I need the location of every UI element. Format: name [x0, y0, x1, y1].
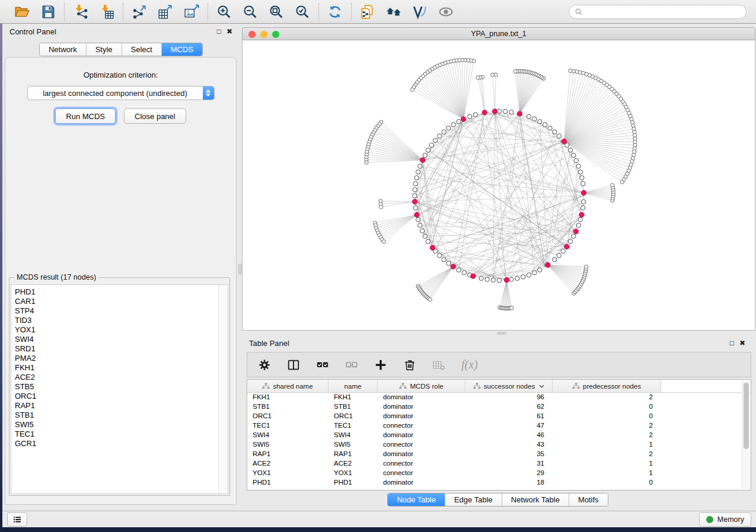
column-header-name[interactable]: name [328, 380, 378, 392]
network-node[interactable] [426, 148, 430, 152]
network-node[interactable] [538, 120, 542, 124]
mcds-result-item[interactable]: SWI5 [15, 420, 228, 430]
tab-edge-table[interactable]: Edge Table [445, 493, 502, 506]
network-node[interactable] [580, 181, 585, 185]
tab-node-table[interactable]: Node Table [388, 493, 445, 506]
network-node[interactable] [611, 184, 614, 187]
close-window-icon[interactable] [248, 31, 256, 38]
network-node[interactable] [521, 275, 525, 279]
network-node[interactable] [467, 114, 471, 118]
share-document-icon[interactable] [360, 4, 375, 20]
table-row-FKH1[interactable]: FKH1FKH1dominator962 [247, 392, 742, 402]
birdseye-icon[interactable] [438, 4, 454, 20]
network-node[interactable] [442, 258, 446, 262]
network-node[interactable] [557, 254, 561, 258]
mcds-result-item[interactable]: GCR1 [15, 439, 228, 448]
deselect-all-icon[interactable] [345, 358, 358, 371]
mcds-result-list[interactable]: PHD1CAR1STP4TID3YOX1SWI4SRD1PMA2FKH1ACE2… [11, 284, 228, 494]
network-node[interactable] [413, 194, 417, 198]
table-row-PHD1[interactable]: PHD1PHD1dominator180 [247, 477, 742, 487]
minimize-window-icon[interactable] [260, 31, 267, 38]
network-node[interactable] [437, 254, 441, 258]
network-node[interactable] [423, 153, 427, 157]
import-network-icon[interactable] [73, 4, 88, 20]
refresh-icon[interactable] [327, 4, 343, 20]
table-row-ORC1[interactable]: ORC1ORC1dominator610 [247, 411, 742, 421]
mcds-result-item[interactable]: PHD1 [15, 287, 228, 297]
mcds-result-item[interactable]: PMA2 [15, 354, 228, 363]
zoom-selected-icon[interactable] [295, 4, 310, 20]
panel-menu-button[interactable] [7, 512, 27, 527]
mcds-node[interactable] [414, 212, 419, 217]
mcds-node[interactable] [412, 199, 417, 204]
network-node[interactable] [532, 117, 537, 121]
search-box[interactable] [569, 5, 747, 19]
zoom-fit-icon[interactable] [269, 4, 284, 20]
network-node[interactable] [561, 249, 565, 253]
network-node[interactable] [446, 261, 451, 265]
network-node[interactable] [527, 273, 531, 277]
zoom-in-icon[interactable] [216, 4, 232, 20]
network-node[interactable] [479, 276, 483, 280]
column-header-predecessor_nodes[interactable]: predecessor nodes [553, 380, 661, 392]
network-node[interactable] [457, 120, 461, 124]
table-row-YOX1[interactable]: YOX1YOX1connector291 [247, 468, 742, 477]
tab-motifs[interactable]: Motifs [569, 493, 608, 506]
memory-button[interactable]: Memory [699, 512, 751, 527]
network-node[interactable] [413, 206, 417, 210]
mcds-result-item[interactable]: ORC1 [15, 392, 228, 401]
settings-icon[interactable] [258, 358, 271, 371]
network-node[interactable] [426, 239, 430, 243]
network-node[interactable] [429, 143, 433, 147]
mcds-result-item[interactable]: CAR1 [15, 297, 228, 306]
network-node[interactable] [497, 278, 501, 282]
mcds-node[interactable] [451, 264, 455, 269]
mcds-result-item[interactable]: ACE2 [15, 373, 228, 382]
network-node[interactable] [568, 148, 572, 152]
network-node[interactable] [509, 110, 513, 114]
graphics-details-icon[interactable] [412, 4, 428, 20]
network-node[interactable] [513, 69, 517, 73]
network-node[interactable] [428, 298, 432, 302]
maximize-window-icon[interactable] [272, 31, 279, 38]
close-panel-icon[interactable]: ✖ [739, 339, 745, 347]
network-node[interactable] [582, 200, 586, 204]
mcds-list-scrollbar[interactable] [218, 285, 228, 493]
mcds-result-item[interactable]: SWI4 [15, 335, 228, 344]
mcds-node[interactable] [461, 117, 466, 121]
network-node[interactable] [365, 161, 368, 164]
network-node[interactable] [572, 234, 576, 238]
network-node[interactable] [476, 76, 480, 79]
network-node[interactable] [437, 134, 441, 138]
network-node[interactable] [568, 239, 572, 243]
network-node[interactable] [543, 123, 547, 127]
network-node[interactable] [578, 170, 582, 174]
mcds-node[interactable] [482, 110, 487, 115]
mcds-node[interactable] [562, 139, 566, 144]
export-image-icon[interactable] [184, 4, 199, 20]
mcds-node[interactable] [546, 262, 550, 267]
network-node[interactable] [413, 181, 417, 185]
table-row-SWI5[interactable]: SWI5SWI5connector431 [247, 440, 742, 449]
network-node[interactable] [548, 126, 552, 130]
optimization-criterion-select[interactable]: largest connected component (undirected) [27, 86, 215, 100]
network-node[interactable] [576, 223, 580, 227]
select-all-icon[interactable] [316, 358, 329, 371]
network-node[interactable] [509, 277, 513, 281]
network-node[interactable] [574, 159, 578, 163]
mcds-result-item[interactable]: FKH1 [15, 363, 228, 373]
float-panel-icon[interactable]: □ [730, 339, 734, 347]
export-network-icon[interactable] [132, 4, 147, 20]
network-window-titlebar[interactable]: YPA_prune.txt_1 [242, 27, 755, 40]
network-node[interactable] [446, 126, 451, 130]
network-node[interactable] [553, 130, 557, 134]
network-node[interactable] [503, 109, 507, 113]
mcds-result-item[interactable]: STB5 [15, 382, 228, 392]
mcds-result-item[interactable]: STP4 [15, 306, 228, 316]
network-node[interactable] [491, 73, 495, 76]
network-node[interactable] [442, 130, 446, 134]
column-header-mcds_role[interactable]: MCDS role [378, 380, 465, 392]
mcds-result-item[interactable]: TID3 [15, 316, 228, 325]
mcds-node[interactable] [579, 212, 584, 217]
scrollbar-thumb[interactable] [744, 383, 749, 449]
